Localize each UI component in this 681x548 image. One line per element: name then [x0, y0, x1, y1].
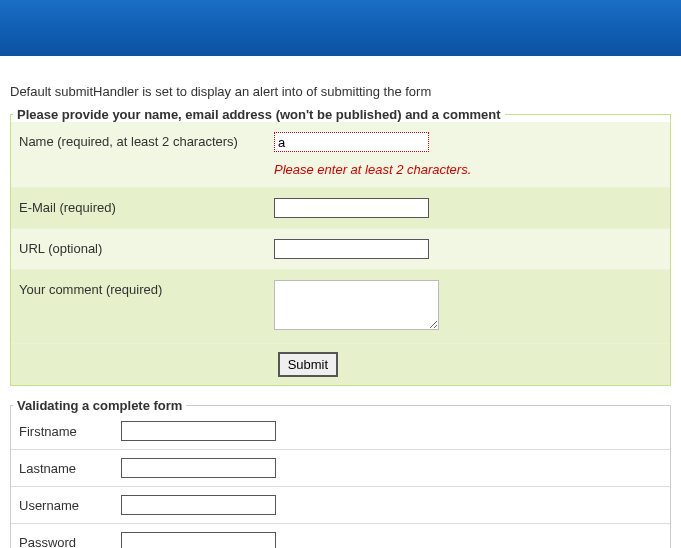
- comment-textarea[interactable]: [274, 280, 439, 330]
- lastname-input[interactable]: [121, 458, 276, 478]
- username-field-wrap: [121, 495, 276, 515]
- name-row: Name (required, at least 2 characters) P…: [11, 122, 670, 187]
- comment-label: Your comment (required): [19, 280, 274, 297]
- lastname-field-wrap: [121, 458, 276, 478]
- firstname-label: Firstname: [19, 424, 121, 439]
- comment-form-legend: Please provide your name, email address …: [13, 107, 505, 122]
- submit-button[interactable]: [278, 352, 338, 377]
- password-row: Password: [11, 523, 670, 548]
- submit-row: [11, 343, 670, 385]
- name-error-message: Please enter at least 2 characters.: [274, 162, 662, 177]
- name-label: Name (required, at least 2 characters): [19, 132, 274, 149]
- header-bar: [0, 0, 681, 56]
- username-row: Username: [11, 486, 670, 523]
- email-input[interactable]: [274, 198, 429, 218]
- firstname-field-wrap: [121, 421, 276, 441]
- url-field-wrap: [274, 239, 662, 259]
- firstname-input[interactable]: [121, 421, 276, 441]
- complete-form-fieldset: Validating a complete form Firstname Las…: [10, 398, 671, 548]
- email-row: E-Mail (required): [11, 187, 670, 228]
- password-label: Password: [19, 535, 121, 549]
- comment-row: Your comment (required): [11, 269, 670, 343]
- name-input[interactable]: [274, 132, 429, 152]
- lastname-row: Lastname: [11, 449, 670, 486]
- content-area: Default submitHandler is set to display …: [0, 56, 681, 548]
- firstname-row: Firstname: [11, 413, 670, 449]
- url-label: URL (optional): [19, 239, 274, 256]
- comment-form-fieldset: Please provide your name, email address …: [10, 107, 671, 386]
- comment-field-wrap: [274, 280, 662, 333]
- intro-text: Default submitHandler is set to display …: [10, 84, 671, 99]
- password-field-wrap: [121, 532, 276, 548]
- email-field-wrap: [274, 198, 662, 218]
- username-input[interactable]: [121, 495, 276, 515]
- password-input[interactable]: [121, 532, 276, 548]
- name-field-wrap: Please enter at least 2 characters.: [274, 132, 662, 177]
- username-label: Username: [19, 498, 121, 513]
- lastname-label: Lastname: [19, 461, 121, 476]
- complete-form-legend: Validating a complete form: [13, 398, 186, 413]
- url-input[interactable]: [274, 239, 429, 259]
- url-row: URL (optional): [11, 228, 670, 269]
- email-label: E-Mail (required): [19, 198, 274, 215]
